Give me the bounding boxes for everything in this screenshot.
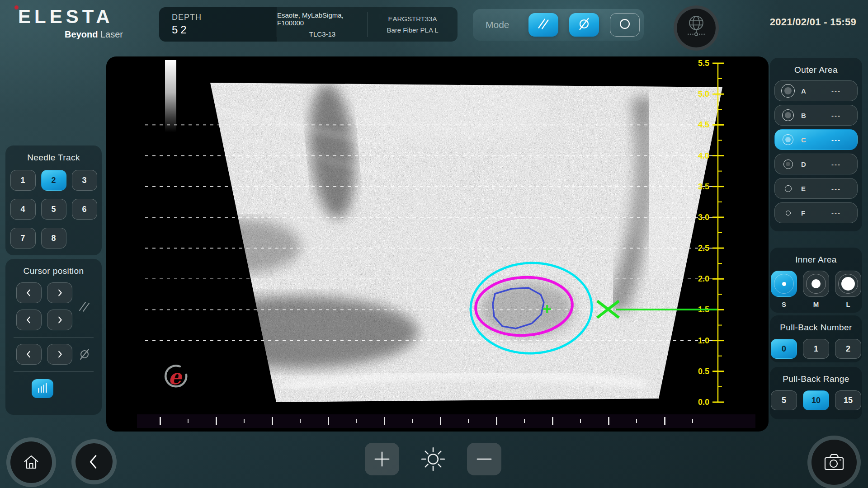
brand-tagline: Beyond Laser [16, 29, 123, 40]
depth-readout: DEPTH 52 [159, 7, 277, 42]
cursor-row1-left-button[interactable] [16, 282, 42, 303]
fiber-readout: EARGSTRT33A Bare Fiber PLA L [368, 7, 457, 42]
divider [14, 371, 94, 372]
fiber-serial: EARGSTRT33A [388, 15, 437, 23]
fiber-type: Bare Fiber PLA L [387, 26, 438, 34]
mode-button-no-circle[interactable] [569, 13, 599, 37]
network-globe-button[interactable] [674, 5, 719, 51]
chevron-left-icon [24, 288, 34, 298]
needle-track-button-8[interactable]: 8 [41, 228, 66, 249]
inner-area-title: Inner Area [770, 248, 862, 265]
outer-area-title: Outer Area [770, 58, 862, 75]
camera-snapshot-button[interactable] [807, 436, 861, 488]
needle-track-button-7[interactable]: 7 [10, 228, 36, 249]
ultrasound-image: 5.55.04.54.03.53.02.52.01.51.00.50.0 e [106, 56, 769, 432]
inner-area-options: SML [770, 271, 862, 308]
mode-bar: Mode [473, 9, 644, 41]
outer-area-value: --- [831, 160, 841, 168]
cursor-position-title: Cursor position [5, 259, 102, 276]
pullback-range-options: 51015 [770, 390, 862, 410]
back-button[interactable] [71, 439, 117, 484]
pullback-number-button-2[interactable]: 2 [835, 339, 861, 359]
pullback-range-panel: Pull-Back Range 51015 [770, 367, 862, 419]
needle-track-button-4[interactable]: 4 [10, 199, 36, 220]
chevron-left-icon [84, 451, 104, 472]
outer-area-value: --- [831, 209, 841, 217]
outer-area-letter: D [801, 160, 809, 168]
datetime-readout: 2021/02/01 - 15:59 [770, 16, 856, 28]
outer-area-rows: A---B---C---D---E---F--- [774, 80, 858, 223]
inner-area-label: S [782, 300, 786, 308]
needle-track-button-5[interactable]: 5 [41, 199, 66, 220]
zoom-in-button[interactable] [365, 443, 399, 475]
signal-bars-icon [36, 382, 49, 395]
cursor-row1-right-button[interactable] [47, 282, 72, 303]
home-button[interactable] [6, 437, 56, 487]
cursor-row3-left-button[interactable] [16, 344, 42, 365]
pullback-range-button-10[interactable]: 10 [803, 390, 829, 410]
outer-area-value: --- [831, 87, 841, 95]
inner-area-button-L[interactable] [835, 271, 861, 297]
pullback-number-options: 012 [770, 339, 862, 359]
esaote-watermark: e [165, 365, 186, 389]
outer-area-row-A[interactable]: A--- [774, 80, 858, 101]
device-probe: TLC3-13 [309, 30, 335, 38]
outer-area-letter: C [801, 136, 809, 144]
outer-area-panel: Outer Area A---B---C---D---E---F--- [770, 58, 862, 231]
chevron-right-icon [55, 288, 65, 298]
cursor-row3-right-button[interactable] [47, 344, 72, 365]
chevron-left-icon [24, 315, 34, 325]
ultrasound-stage[interactable]: 5.55.04.54.03.53.02.52.01.51.00.50.0 e [106, 56, 769, 432]
brightness-button[interactable] [420, 446, 446, 472]
outer-area-letter: B [801, 112, 809, 119]
outer-area-row-D[interactable]: D--- [774, 154, 858, 174]
mode-button-circle[interactable] [610, 13, 640, 37]
pullback-range-button-5[interactable]: 5 [771, 390, 797, 410]
needle-track-button-6[interactable]: 6 [72, 199, 97, 220]
cursor-row2-right-button[interactable] [47, 310, 72, 330]
elesta-logo: ELESTA Beyond Laser [16, 7, 123, 40]
zoom-out-button[interactable] [467, 443, 501, 475]
inner-area-button-S[interactable] [771, 271, 797, 297]
cursor-row2-left-button[interactable] [16, 310, 42, 330]
pullback-number-button-1[interactable]: 1 [803, 339, 829, 359]
size-circle-icon [783, 134, 793, 145]
pullback-range-button-15[interactable]: 15 [835, 390, 861, 410]
inner-area-option-S: S [771, 271, 797, 308]
camera-icon [824, 453, 844, 471]
bottom-scale-bar [137, 414, 755, 428]
needle-track-button-2[interactable]: 2 [41, 170, 66, 191]
mode-label: Mode [486, 19, 509, 30]
inner-area-label: L [846, 300, 850, 308]
outer-area-value: --- [831, 136, 841, 144]
svg-text:0.5: 0.5 [698, 367, 709, 376]
outer-area-value: --- [831, 185, 841, 192]
outer-area-row-E[interactable]: E--- [774, 178, 858, 199]
pullback-range-title: Pull-Back Range [770, 367, 862, 384]
inner-area-option-M: M [803, 271, 829, 308]
needle-track-button-3[interactable]: 3 [72, 170, 97, 191]
size-circle-icon [786, 211, 791, 216]
dot-size-icon [838, 274, 858, 294]
mode-button-parallel-lines[interactable] [528, 13, 558, 37]
outer-area-row-F[interactable]: F--- [774, 202, 858, 223]
outer-area-letter: A [801, 87, 809, 95]
outer-area-row-B[interactable]: B--- [774, 105, 858, 126]
pullback-number-title: Pull-Back Number [770, 315, 862, 333]
pullback-number-button-0[interactable]: 0 [771, 339, 797, 359]
svg-text:4.0: 4.0 [698, 151, 709, 160]
no-circle-icon [576, 16, 592, 33]
outer-area-letter: E [801, 185, 809, 192]
outer-area-row-C[interactable]: C--- [774, 129, 858, 150]
signal-bars-button[interactable] [32, 379, 53, 398]
chevron-right-icon [55, 349, 65, 359]
depth-label: DEPTH [172, 13, 277, 22]
globe-network-icon [684, 14, 708, 42]
svg-text:2.5: 2.5 [698, 244, 709, 253]
camera-button-face [811, 440, 857, 485]
svg-text:5.0: 5.0 [698, 89, 709, 99]
plus-icon [373, 450, 391, 468]
outer-area-value: --- [831, 112, 841, 119]
needle-track-button-1[interactable]: 1 [10, 170, 36, 191]
inner-area-button-M[interactable] [803, 271, 829, 297]
